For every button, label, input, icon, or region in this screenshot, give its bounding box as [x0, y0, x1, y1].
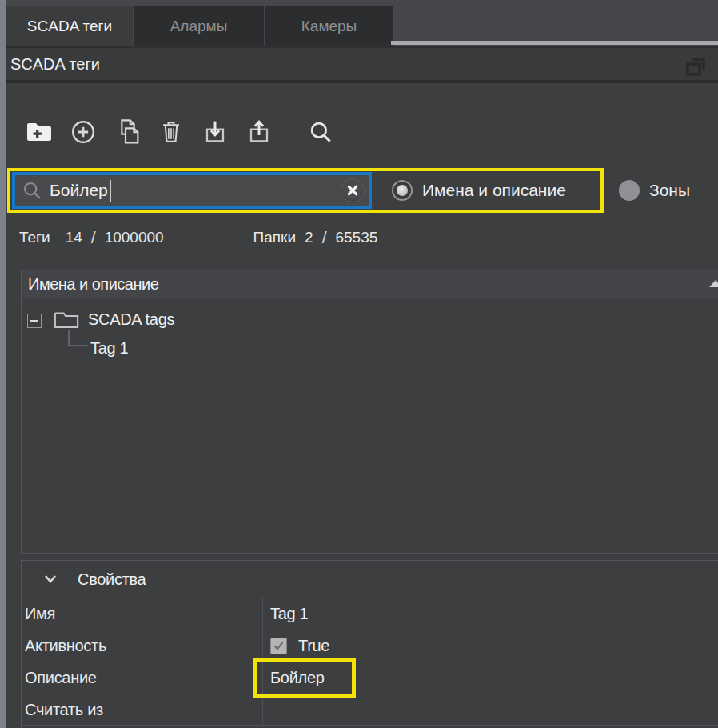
- radio-label: Зоны: [649, 181, 690, 200]
- counters-row: Теги 14 / 1000000 Папки 2 / 65535: [6, 225, 718, 250]
- properties-section-header[interactable]: Свойства: [22, 561, 718, 598]
- copy-button[interactable]: [114, 117, 141, 147]
- property-row-activity: Активность True: [22, 630, 718, 662]
- tree-connector-line: [68, 330, 88, 346]
- search-input[interactable]: Бойлер: [12, 172, 372, 209]
- folders-counter-label: Папки: [253, 229, 296, 246]
- search-filter-row: Бойлер Имена и описание Зоны: [6, 168, 718, 216]
- tree-node-tag1[interactable]: Tag 1: [90, 335, 128, 361]
- property-value-text: Бойлер: [270, 662, 325, 694]
- export-button[interactable]: [245, 117, 273, 147]
- property-value-text: True: [298, 630, 329, 662]
- float-window-icon[interactable]: [681, 53, 710, 80]
- property-label: Описание: [22, 662, 263, 694]
- property-row-description: Описание Бойлер: [22, 662, 718, 694]
- import-button[interactable]: [201, 117, 229, 147]
- property-row-read-from: Считать из: [22, 694, 718, 726]
- tab-label: Камеры: [301, 18, 357, 35]
- tab-alarms[interactable]: Алармы: [134, 6, 264, 46]
- new-folder-button[interactable]: [26, 117, 53, 147]
- column-header-names-description[interactable]: Имена и описание: [22, 270, 718, 298]
- panel-header: SCADA теги: [6, 46, 718, 83]
- annotation-highlight-search: Бойлер Имена и описание: [7, 168, 604, 213]
- property-label: Считать из: [22, 694, 263, 725]
- radio-label: Имена и описание: [422, 181, 566, 200]
- clear-search-button[interactable]: [341, 178, 365, 202]
- folder-icon: [54, 309, 79, 330]
- delete-button[interactable]: [158, 117, 185, 147]
- properties-panel: Свойства Имя Tag 1 Активность True Описа…: [21, 560, 718, 728]
- tab-label: SCADA теги: [27, 18, 112, 35]
- property-label: Имя: [22, 598, 263, 630]
- property-label: Активность: [22, 630, 263, 662]
- tab-cameras[interactable]: Камеры: [265, 6, 393, 46]
- tree-node-label: Tag 1: [90, 339, 128, 358]
- folders-count: 2: [305, 229, 313, 246]
- property-row-name: Имя Tag 1: [22, 598, 718, 630]
- tree-body: SCADA tags Tag 1: [22, 298, 718, 553]
- tab-scada-tags[interactable]: SCADA теги: [6, 6, 133, 46]
- tab-label: Алармы: [170, 18, 228, 35]
- search-button[interactable]: [307, 117, 334, 147]
- tab-bar: SCADA теги Алармы Камеры: [6, 0, 718, 46]
- properties-section-title: Свойства: [78, 570, 146, 589]
- chevron-down-icon: [44, 574, 57, 584]
- dock-edge-strip: [0, 0, 6, 728]
- property-value-activity[interactable]: True: [263, 630, 718, 662]
- toolbar: [6, 110, 718, 154]
- tags-limit: 1000000: [105, 229, 164, 246]
- property-value-text: Tag 1: [270, 598, 308, 630]
- text-caret: [110, 180, 111, 202]
- slash: /: [322, 228, 327, 247]
- tag-tree-panel: Имена и описание SCADA tags Tag 1: [21, 270, 718, 554]
- radio-names-description[interactable]: Имена и описание: [392, 180, 566, 201]
- tree-node-label: SCADA tags: [88, 310, 174, 329]
- folders-limit: 65535: [335, 229, 377, 246]
- radio-selected-icon: [392, 180, 413, 201]
- tags-count: 14: [66, 229, 82, 246]
- add-tag-button[interactable]: [70, 117, 97, 147]
- sort-ascending-icon: [709, 280, 718, 287]
- panel-title: SCADA теги: [6, 55, 100, 74]
- column-header-label: Имена и описание: [22, 275, 158, 294]
- tab-strip-edge: [391, 41, 718, 45]
- tree-node-root[interactable]: SCADA tags: [54, 306, 174, 333]
- tags-counter-label: Теги: [6, 229, 50, 246]
- search-input-value: Бойлер: [50, 181, 108, 200]
- radio-unselected-icon: [619, 180, 640, 201]
- collapse-node-button[interactable]: [27, 314, 42, 328]
- minus-icon: [30, 320, 38, 322]
- property-value-name[interactable]: Tag 1: [263, 598, 718, 630]
- radio-zones[interactable]: Зоны: [619, 168, 690, 213]
- search-icon: [22, 180, 42, 201]
- slash: /: [91, 228, 96, 247]
- property-value-read-from[interactable]: [263, 694, 718, 725]
- checkbox-checked-icon[interactable]: [270, 638, 287, 654]
- property-value-description[interactable]: Бойлер: [263, 662, 718, 694]
